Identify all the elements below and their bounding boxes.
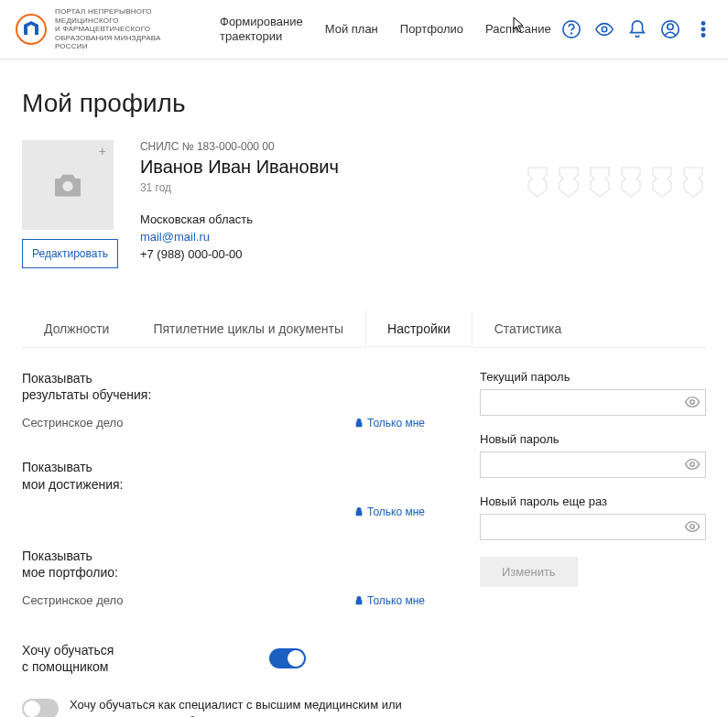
change-password-button[interactable]: Изменить bbox=[480, 557, 578, 587]
badge-icon bbox=[680, 166, 706, 199]
more-icon[interactable] bbox=[693, 19, 713, 39]
eye-icon[interactable] bbox=[684, 456, 701, 473]
header-icons bbox=[561, 19, 713, 39]
edit-profile-button[interactable]: Редактировать bbox=[22, 239, 118, 268]
current-password-input[interactable] bbox=[480, 389, 706, 416]
badge-icon bbox=[525, 166, 550, 199]
label-line: Хочу обучаться bbox=[22, 643, 114, 657]
svg-point-3 bbox=[602, 27, 607, 32]
setting-label: Показывать мое портфолио: bbox=[22, 548, 425, 581]
higher-ed-toggle-row: Хочу обучаться как специалист с высшим м… bbox=[22, 697, 425, 717]
assistant-toggle-row: Хочу обучаться с помощником bbox=[22, 636, 425, 680]
nav-label: Формирование bbox=[220, 15, 303, 29]
org-line: ПОРТАЛ НЕПРЕРЫВНОГО bbox=[55, 7, 183, 16]
only-me-label: Только мне bbox=[367, 417, 425, 429]
region-text: Московская область bbox=[140, 212, 339, 226]
profile-icon[interactable] bbox=[660, 19, 680, 39]
higher-ed-toggle[interactable] bbox=[22, 699, 59, 717]
svg-point-2 bbox=[571, 33, 572, 34]
svg-point-9 bbox=[62, 181, 72, 191]
setting-label: Показывать результаты обучения: bbox=[22, 370, 425, 403]
profile-summary: + Редактировать СНИЛС № 183-000-000 00 И… bbox=[22, 140, 706, 268]
lock-icon bbox=[354, 507, 364, 516]
nav-trajectory[interactable]: Формирование траектории bbox=[220, 15, 303, 43]
email-link[interactable]: mail@mail.ru bbox=[140, 230, 339, 244]
setting-show-portfolio: Показывать мое портфолио: Сестринское де… bbox=[22, 548, 425, 611]
logo-block: ПОРТАЛ НЕПРЕРЫВНОГО МЕДИЦИНСКОГО И ФАРМА… bbox=[15, 7, 183, 51]
settings-content: Показывать результаты обучения: Сестринс… bbox=[22, 348, 706, 717]
privacy-only-me[interactable]: Только мне bbox=[354, 417, 425, 429]
field-label: Текущий пароль bbox=[480, 370, 706, 384]
lock-icon bbox=[354, 418, 364, 428]
svg-point-11 bbox=[690, 462, 695, 467]
label-line: мои достижения: bbox=[22, 477, 123, 492]
field-label: Новый пароль еще раз bbox=[480, 494, 706, 508]
assistant-toggle-label: Хочу обучаться с помощником bbox=[22, 642, 114, 675]
org-name: ПОРТАЛ НЕПРЕРЫВНОГО МЕДИЦИНСКОГО И ФАРМА… bbox=[55, 7, 183, 51]
label-line: Показывать bbox=[22, 549, 92, 563]
svg-point-6 bbox=[701, 22, 704, 25]
privacy-only-me[interactable]: Только мне bbox=[354, 594, 425, 607]
org-line: И ФАРМАЦЕВТИЧЕСКОГО bbox=[55, 25, 183, 34]
label-line: Показывать bbox=[22, 371, 92, 386]
label-line: результаты обучения: bbox=[22, 387, 151, 402]
age-text: 31 год bbox=[140, 181, 339, 194]
eye-icon[interactable] bbox=[684, 394, 701, 410]
badge-icon bbox=[556, 166, 581, 199]
svg-point-0 bbox=[16, 15, 46, 44]
label-line: мое портфолио: bbox=[22, 565, 118, 580]
only-me-label: Только мне bbox=[367, 594, 425, 607]
password-panel: Текущий пароль Новый пароль Новый пароль… bbox=[480, 370, 706, 717]
visibility-icon[interactable] bbox=[594, 19, 614, 39]
badges-row bbox=[525, 166, 706, 199]
badge-icon bbox=[587, 166, 613, 199]
nav-plan[interactable]: Мой план bbox=[325, 22, 378, 36]
setting-show-results: Показывать результаты обучения: Сестринс… bbox=[22, 370, 425, 433]
svg-point-5 bbox=[668, 24, 673, 29]
repeat-password-input[interactable] bbox=[480, 514, 706, 540]
top-nav: Формирование траектории Мой план Портфол… bbox=[220, 15, 551, 43]
top-header: ПОРТАЛ НЕПРЕРЫВНОГО МЕДИЦИНСКОГО И ФАРМА… bbox=[0, 0, 728, 60]
bell-icon[interactable] bbox=[627, 19, 647, 39]
help-icon[interactable] bbox=[561, 19, 581, 39]
badge-icon bbox=[649, 166, 675, 199]
visibility-settings: Показывать результаты обучения: Сестринс… bbox=[22, 370, 425, 717]
svg-point-8 bbox=[701, 34, 704, 37]
lock-icon bbox=[354, 596, 364, 605]
org-line: ОБРАЗОВАНИЯ МИНЗДРАВА РОССИИ bbox=[55, 34, 183, 51]
org-line: МЕДИЦИНСКОГО bbox=[55, 16, 183, 26]
nav-portfolio[interactable]: Портфолио bbox=[400, 22, 463, 36]
page-title: Мой профиль bbox=[22, 89, 706, 118]
snils-number: СНИЛС № 183-000-000 00 bbox=[140, 140, 339, 153]
setting-row: Сестринское дело Только мне bbox=[22, 581, 425, 611]
speciality-name: Сестринское дело bbox=[22, 416, 124, 429]
nav-label: траектории bbox=[220, 29, 303, 44]
nav-schedule[interactable]: Расписание bbox=[485, 22, 551, 36]
badge-icon bbox=[618, 166, 644, 199]
profile-tabs: Должности Пятилетние циклы и документы Н… bbox=[22, 310, 706, 348]
setting-label: Показывать мои достижения: bbox=[22, 459, 425, 492]
full-name: Иванов Иван Иванович bbox=[140, 157, 339, 178]
label-line: с помощником bbox=[22, 659, 108, 674]
new-password-input[interactable] bbox=[480, 451, 706, 478]
eye-icon[interactable] bbox=[684, 518, 701, 535]
profile-info: СНИЛС № 183-000-000 00 Иванов Иван Ивано… bbox=[140, 140, 339, 268]
tab-positions[interactable]: Должности bbox=[22, 310, 131, 347]
phone-text: +7 (988) 000-00-00 bbox=[140, 247, 339, 261]
setting-row: Только мне bbox=[22, 493, 425, 522]
svg-point-7 bbox=[701, 27, 704, 30]
new-password-field: Новый пароль bbox=[480, 432, 706, 478]
tab-cycles[interactable]: Пятилетние циклы и документы bbox=[131, 310, 365, 347]
speciality-name: Сестринское дело bbox=[22, 593, 124, 607]
current-password-field: Текущий пароль bbox=[480, 370, 706, 416]
add-photo-plus-icon: + bbox=[99, 144, 106, 158]
assistant-toggle[interactable] bbox=[269, 648, 306, 668]
privacy-only-me[interactable]: Только мне bbox=[354, 505, 425, 518]
tab-settings[interactable]: Настройки bbox=[365, 310, 473, 347]
tab-stats[interactable]: Статистика bbox=[473, 310, 584, 347]
only-me-label: Только мне bbox=[367, 505, 425, 518]
photo-column: + Редактировать bbox=[22, 140, 118, 268]
svg-point-10 bbox=[690, 400, 695, 405]
repeat-password-field: Новый пароль еще раз bbox=[480, 494, 706, 540]
avatar-placeholder[interactable]: + bbox=[22, 140, 114, 230]
